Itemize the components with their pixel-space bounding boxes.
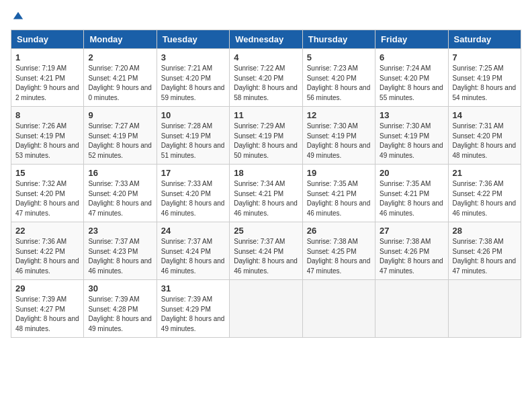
- calendar-cell: 25 Sunrise: 7:37 AMSunset: 4:24 PMDaylig…: [230, 222, 302, 280]
- day-header-tuesday: Tuesday: [157, 30, 229, 49]
- cell-info: Sunrise: 7:38 AMSunset: 4:26 PMDaylight:…: [380, 238, 443, 275]
- calendar-cell: 29 Sunrise: 7:39 AMSunset: 4:27 PMDaylig…: [11, 280, 84, 338]
- cell-info: Sunrise: 7:32 AMSunset: 4:20 PMDaylight:…: [15, 180, 79, 217]
- logo: [11, 11, 24, 23]
- calendar-cell: 10 Sunrise: 7:28 AMSunset: 4:19 PMDaylig…: [157, 107, 229, 165]
- calendar-week-4: 22 Sunrise: 7:36 AMSunset: 4:22 PMDaylig…: [11, 222, 521, 280]
- calendar-cell: 28 Sunrise: 7:38 AMSunset: 4:26 PMDaylig…: [448, 222, 521, 280]
- cell-info: Sunrise: 7:37 AMSunset: 4:23 PMDaylight:…: [88, 238, 152, 275]
- calendar-cell: [448, 280, 521, 338]
- cell-info: Sunrise: 7:22 AMSunset: 4:20 PMDaylight:…: [234, 64, 298, 101]
- day-number: 7: [453, 52, 517, 62]
- day-number: 9: [88, 110, 152, 120]
- day-number: 25: [234, 226, 298, 236]
- cell-info: Sunrise: 7:21 AMSunset: 4:20 PMDaylight:…: [161, 64, 225, 101]
- cell-info: Sunrise: 7:35 AMSunset: 4:21 PMDaylight:…: [380, 180, 443, 217]
- calendar-week-1: 1 Sunrise: 7:19 AMSunset: 4:21 PMDayligh…: [11, 49, 521, 107]
- day-number: 11: [234, 110, 298, 120]
- cell-info: Sunrise: 7:29 AMSunset: 4:19 PMDaylight:…: [234, 122, 298, 159]
- day-number: 13: [380, 110, 443, 120]
- cell-info: Sunrise: 7:35 AMSunset: 4:21 PMDaylight:…: [307, 180, 371, 217]
- day-number: 2: [88, 52, 152, 62]
- day-number: 27: [380, 226, 443, 236]
- calendar-cell: 31 Sunrise: 7:39 AMSunset: 4:29 PMDaylig…: [157, 280, 229, 338]
- calendar-cell: 17 Sunrise: 7:33 AMSunset: 4:20 PMDaylig…: [157, 165, 229, 222]
- day-header-sunday: Sunday: [11, 30, 84, 49]
- svg-marker-0: [13, 12, 23, 19]
- calendar-week-2: 8 Sunrise: 7:26 AMSunset: 4:19 PMDayligh…: [11, 107, 521, 165]
- cell-info: Sunrise: 7:38 AMSunset: 4:25 PMDaylight:…: [307, 238, 371, 275]
- calendar-cell: 1 Sunrise: 7:19 AMSunset: 4:21 PMDayligh…: [11, 49, 84, 107]
- calendar-cell: 7 Sunrise: 7:25 AMSunset: 4:19 PMDayligh…: [448, 49, 521, 107]
- calendar-cell: 20 Sunrise: 7:35 AMSunset: 4:21 PMDaylig…: [375, 165, 448, 222]
- logo-icon: [12, 11, 24, 23]
- cell-info: Sunrise: 7:36 AMSunset: 4:22 PMDaylight:…: [453, 180, 517, 217]
- day-number: 12: [307, 110, 371, 120]
- calendar-cell: 9 Sunrise: 7:27 AMSunset: 4:19 PMDayligh…: [84, 107, 157, 165]
- cell-info: Sunrise: 7:39 AMSunset: 4:28 PMDaylight:…: [88, 295, 152, 332]
- day-number: 31: [161, 283, 225, 293]
- cell-info: Sunrise: 7:37 AMSunset: 4:24 PMDaylight:…: [161, 238, 225, 275]
- calendar-cell: 8 Sunrise: 7:26 AMSunset: 4:19 PMDayligh…: [11, 107, 84, 165]
- day-number: 18: [234, 168, 298, 178]
- calendar-cell: 11 Sunrise: 7:29 AMSunset: 4:19 PMDaylig…: [230, 107, 302, 165]
- calendar-cell: 13 Sunrise: 7:30 AMSunset: 4:19 PMDaylig…: [375, 107, 448, 165]
- cell-info: Sunrise: 7:28 AMSunset: 4:19 PMDaylight:…: [161, 122, 225, 159]
- day-number: 28: [453, 226, 517, 236]
- calendar: SundayMondayTuesdayWednesdayThursdayFrid…: [11, 30, 521, 338]
- day-number: 26: [307, 226, 371, 236]
- cell-info: Sunrise: 7:34 AMSunset: 4:21 PMDaylight:…: [234, 180, 298, 217]
- calendar-cell: 2 Sunrise: 7:20 AMSunset: 4:21 PMDayligh…: [84, 49, 157, 107]
- day-header-saturday: Saturday: [448, 30, 521, 49]
- calendar-cell: 12 Sunrise: 7:30 AMSunset: 4:19 PMDaylig…: [302, 107, 375, 165]
- cell-info: Sunrise: 7:26 AMSunset: 4:19 PMDaylight:…: [15, 122, 79, 159]
- header: [11, 11, 521, 23]
- cell-info: Sunrise: 7:31 AMSunset: 4:20 PMDaylight:…: [453, 122, 517, 159]
- cell-info: Sunrise: 7:27 AMSunset: 4:19 PMDaylight:…: [88, 122, 152, 159]
- day-number: 23: [88, 226, 152, 236]
- cell-info: Sunrise: 7:25 AMSunset: 4:19 PMDaylight:…: [453, 64, 517, 101]
- cell-info: Sunrise: 7:20 AMSunset: 4:21 PMDaylight:…: [88, 64, 152, 101]
- day-number: 21: [453, 168, 517, 178]
- calendar-cell: 24 Sunrise: 7:37 AMSunset: 4:24 PMDaylig…: [157, 222, 229, 280]
- calendar-cell: 26 Sunrise: 7:38 AMSunset: 4:25 PMDaylig…: [302, 222, 375, 280]
- calendar-cell: 19 Sunrise: 7:35 AMSunset: 4:21 PMDaylig…: [302, 165, 375, 222]
- calendar-cell: 3 Sunrise: 7:21 AMSunset: 4:20 PMDayligh…: [157, 49, 229, 107]
- day-header-monday: Monday: [84, 30, 157, 49]
- day-number: 24: [161, 226, 225, 236]
- calendar-cell: 15 Sunrise: 7:32 AMSunset: 4:20 PMDaylig…: [11, 165, 84, 222]
- calendar-cell: 18 Sunrise: 7:34 AMSunset: 4:21 PMDaylig…: [230, 165, 302, 222]
- cell-info: Sunrise: 7:30 AMSunset: 4:19 PMDaylight:…: [307, 122, 371, 159]
- day-number: 14: [453, 110, 517, 120]
- calendar-cell: [375, 280, 448, 338]
- cell-info: Sunrise: 7:33 AMSunset: 4:20 PMDaylight:…: [88, 180, 152, 217]
- calendar-cell: 4 Sunrise: 7:22 AMSunset: 4:20 PMDayligh…: [230, 49, 302, 107]
- day-header-thursday: Thursday: [302, 30, 375, 49]
- day-number: 8: [15, 110, 79, 120]
- day-number: 6: [380, 52, 443, 62]
- day-number: 3: [161, 52, 225, 62]
- day-number: 16: [88, 168, 152, 178]
- cell-info: Sunrise: 7:19 AMSunset: 4:21 PMDaylight:…: [15, 64, 79, 101]
- calendar-cell: 5 Sunrise: 7:23 AMSunset: 4:20 PMDayligh…: [302, 49, 375, 107]
- calendar-cell: 23 Sunrise: 7:37 AMSunset: 4:23 PMDaylig…: [84, 222, 157, 280]
- day-number: 10: [161, 110, 225, 120]
- calendar-cell: [302, 280, 375, 338]
- day-number: 5: [307, 52, 371, 62]
- day-header-friday: Friday: [375, 30, 448, 49]
- calendar-cell: 6 Sunrise: 7:24 AMSunset: 4:20 PMDayligh…: [375, 49, 448, 107]
- calendar-cell: [230, 280, 302, 338]
- day-number: 22: [15, 226, 79, 236]
- calendar-week-3: 15 Sunrise: 7:32 AMSunset: 4:20 PMDaylig…: [11, 165, 521, 222]
- day-number: 15: [15, 168, 79, 178]
- calendar-cell: 14 Sunrise: 7:31 AMSunset: 4:20 PMDaylig…: [448, 107, 521, 165]
- cell-info: Sunrise: 7:38 AMSunset: 4:26 PMDaylight:…: [453, 238, 517, 275]
- day-number: 1: [15, 52, 79, 62]
- day-number: 29: [15, 283, 79, 293]
- day-number: 4: [234, 52, 298, 62]
- calendar-cell: 21 Sunrise: 7:36 AMSunset: 4:22 PMDaylig…: [448, 165, 521, 222]
- calendar-cell: 27 Sunrise: 7:38 AMSunset: 4:26 PMDaylig…: [375, 222, 448, 280]
- cell-info: Sunrise: 7:39 AMSunset: 4:29 PMDaylight:…: [161, 295, 225, 332]
- cell-info: Sunrise: 7:30 AMSunset: 4:19 PMDaylight:…: [380, 122, 443, 159]
- day-number: 19: [307, 168, 371, 178]
